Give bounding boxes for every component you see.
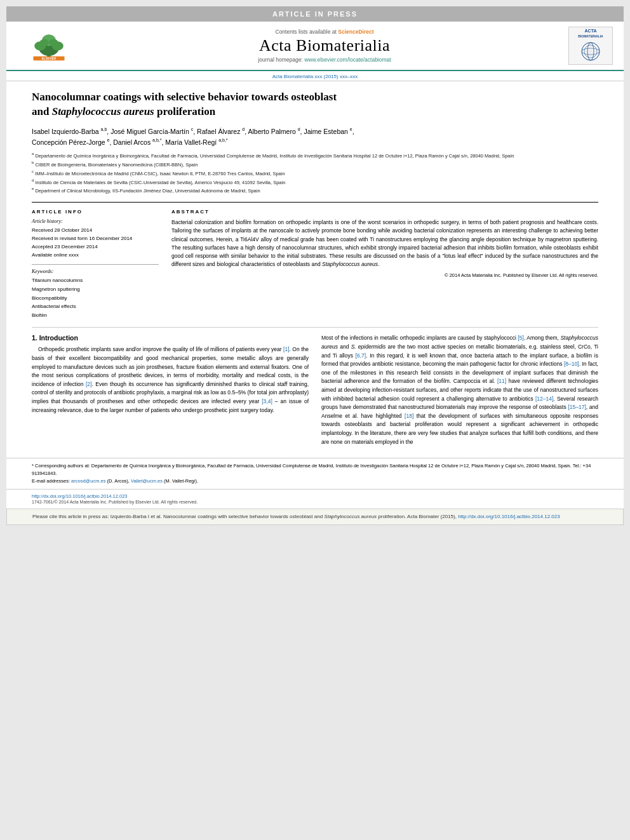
aip-banner-text: ARTICLE IN PRESS [272, 10, 358, 18]
keyword-5: Biofilm [32, 311, 159, 320]
journal-homepage: journal homepage: www.elsevier.com/locat… [90, 57, 559, 63]
received-date: Received 28 October 2014 [32, 227, 159, 235]
cite-1: [1] [283, 346, 289, 352]
intro-heading: 1. Introduction [32, 334, 309, 342]
email-link-arcos[interactable]: arcosd@ucm.es [71, 478, 105, 484]
cite-18: [18] [405, 413, 413, 419]
journal-homepage-link[interactable]: www.elsevier.com/locate/actabiomat [304, 57, 391, 63]
accepted-date: Accepted 23 December 2014 [32, 243, 159, 251]
keywords-list: Titanium nanocolumns Magnetron sputterin… [32, 276, 159, 319]
svg-text:ELSEVIER: ELSEVIER [42, 57, 57, 60]
keyword-1: Titanium nanocolumns [32, 276, 159, 285]
elsevier-tree-icon: ELSEVIER [27, 30, 71, 62]
available-online: Available online xxxx [32, 251, 159, 260]
intro-col-left: 1. Introduction Orthopedic prosthetic im… [32, 334, 309, 446]
the-word: the [406, 439, 413, 445]
abstract-column: ABSTRACT Bacterial colonization and biof… [171, 209, 598, 319]
sciencedirect-link[interactable]: ScienceDirect [338, 29, 373, 35]
authors: Isabel Izquierdo-Barba a,b, José Miguel … [32, 126, 598, 148]
page: ARTICLE IN PRESS ELSEVIER [6, 6, 624, 525]
email-note: E-mail addresses: arcosd@ucm.es (D. Arco… [32, 477, 598, 485]
keyword-4: Antibacterial effects [32, 302, 159, 311]
journal-header: ELSEVIER Contents lists available at Sci… [6, 22, 624, 71]
footer-doi-link[interactable]: http://dx.doi.org/10.1016/j.actbio.2014.… [32, 493, 128, 499]
citation-link[interactable]: http://dx.doi.org/10.1016/j.actbio.2014.… [458, 514, 560, 519]
cite-12-14: [12–14] [535, 396, 553, 402]
acta-logo-box: ACTA BIOMATERIALIA [568, 27, 613, 65]
main-content: Nanocolumnar coatings with selective beh… [6, 81, 624, 453]
journal-doi: Acta Biomaterialia xxx (2015) xxx–xxx [272, 74, 358, 79]
journal-header-left: ELSEVIER [14, 30, 84, 62]
introduction-section: 1. Introduction Orthopedic prosthetic im… [32, 334, 598, 446]
cite-15-17: [15–17] [568, 404, 586, 410]
footnote-text: * Corresponding authors at: Departamento… [32, 462, 598, 485]
article-info-label: ARTICLE INFO [32, 209, 159, 215]
abstract-label: ABSTRACT [171, 209, 598, 215]
cite-6-7: [6,7] [356, 352, 366, 359]
cite-3-4: [3,4] [262, 398, 272, 404]
citation-box: Please cite this article in press as: Iz… [6, 509, 624, 525]
aip-banner: ARTICLE IN PRESS [6, 6, 624, 22]
footer-doi: http://dx.doi.org/10.1016/j.actbio.2014.… [32, 493, 598, 499]
abstract-copyright: © 2014 Acta Materialia Inc. Published by… [171, 272, 598, 278]
article-info-abstract-section: ARTICLE INFO Article history: Received 2… [32, 202, 598, 319]
doi-line: Acta Biomaterialia xxx (2015) xxx–xxx [6, 71, 624, 81]
citation-text: Please cite this article in press as: Iz… [32, 514, 560, 519]
sciencedirect-line: Contents lists available at ScienceDirec… [90, 29, 559, 35]
keyword-3: Biocompatibility [32, 294, 159, 303]
cite-5: [5] [518, 335, 523, 341]
footnote-section: * Corresponding authors at: Departamento… [6, 458, 624, 489]
keyword-2: Magnetron sputtering [32, 285, 159, 294]
svg-point-6 [49, 39, 58, 46]
email-link-vallet[interactable]: Vallet@ucm.es [131, 478, 163, 484]
svg-point-5 [39, 39, 49, 46]
revised-date: Received in revised form 16 December 201… [32, 235, 159, 243]
keywords-title: Keywords: [32, 269, 159, 274]
cite-11: [11] [497, 378, 506, 384]
journal-header-center: Contents lists available at ScienceDirec… [90, 29, 559, 63]
intro-text-col2: Most of the infections in metallic ortho… [321, 334, 598, 446]
intro-text-col1: Orthopedic prosthetic implants save and/… [32, 345, 309, 415]
article-history-content: Received 28 October 2014 Received in rev… [32, 227, 159, 259]
journal-header-right: ACTA BIOMATERIALIA [565, 27, 616, 65]
elsevier-logo: ELSEVIER [27, 30, 71, 62]
footer-copyright: 1742-7061/© 2014 Acta Materialia Inc. Pu… [32, 500, 598, 504]
corresponding-note: * Corresponding authors at: Departamento… [32, 462, 598, 477]
abstract-text: Bacterial colonization and biofilm forma… [171, 218, 598, 269]
section-divider [32, 327, 598, 328]
journal-title: Acta Biomaterialia [90, 36, 559, 55]
article-history-title: Article history: [32, 218, 159, 224]
article-title: Nanocolumnar coatings with selective beh… [32, 90, 598, 119]
affiliations: a Departamento de Química Inorgánica y B… [32, 151, 598, 194]
cite-8-10: [8–10] [564, 361, 579, 367]
article-info-column: ARTICLE INFO Article history: Received 2… [32, 209, 159, 319]
cite-2: [2] [86, 381, 91, 387]
footer-links-section: http://dx.doi.org/10.1016/j.actbio.2014.… [6, 489, 624, 509]
intro-col-right: Most of the infections in metallic ortho… [321, 334, 598, 446]
